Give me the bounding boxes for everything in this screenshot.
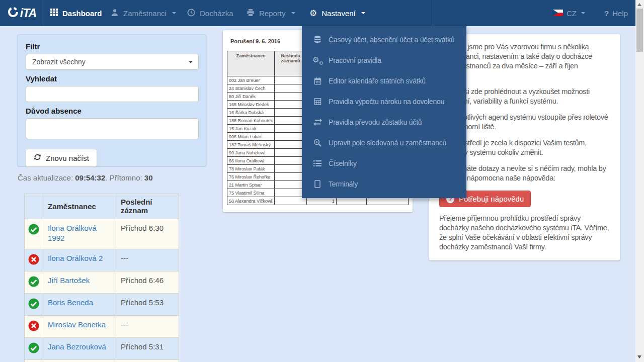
nav-item-reporty[interactable]: Reporty	[247, 0, 295, 26]
filter-label: Filtr	[26, 42, 198, 51]
status-cell	[25, 272, 43, 293]
menu-item-label: Pravidla převodu zůstatku účtů	[329, 118, 422, 126]
absence-label: Důvod absence	[26, 107, 198, 115]
status-line: Čas aktualizace: 09:54:32. Přítomno: 30	[18, 173, 153, 182]
settings-dropdown-menu: Časový účet, absenční účet a účet svátků…	[302, 26, 466, 198]
menu-item-editor-kalendare[interactable]: Editor kalendáře státních svátků	[302, 70, 466, 91]
user-icon	[111, 9, 119, 18]
info-closing-paragraph: Přejeme příjemnou prohlídku prostředí sp…	[439, 214, 610, 252]
nav-item-zamestnanci[interactable]: Zaměstnanci	[111, 0, 176, 26]
table-row: Ilona Orálková 2 ---	[25, 249, 179, 272]
status-cell	[25, 338, 43, 359]
navbar-divider	[433, 0, 433, 26]
absence-reason-input[interactable]	[26, 118, 199, 139]
scroll-down-arrow-icon[interactable]	[637, 355, 641, 358]
help-label: Help	[612, 9, 628, 18]
page: iTA Dashboard Zaměstnanci Docházka	[0, 0, 644, 362]
nav-item-label: Nastavení	[321, 9, 356, 18]
nav-item-nastaveni[interactable]: ⚙ Nastavení	[309, 0, 365, 26]
status-cell	[25, 360, 43, 362]
menu-item-label: Časový účet, absenční účet a účet svátků	[329, 36, 454, 44]
menu-item-label: Editor kalendáře státních svátků	[329, 77, 426, 85]
nav-item-label: Zaměstnanci	[123, 9, 167, 18]
cogs-icon: ⚙⚙	[312, 56, 323, 65]
employee-link[interactable]: Boris Beneda	[48, 298, 93, 308]
employee-link[interactable]: Ilona Orálková 2	[48, 253, 103, 263]
employee-column-header: Zaměstnanec	[43, 194, 116, 219]
vertical-scrollbar[interactable]	[635, 0, 644, 362]
check-circle-icon	[28, 298, 39, 311]
employee-link[interactable]: Jiří Bartošek	[48, 276, 90, 286]
filter-select-value: Zobrazit všechny	[32, 58, 86, 66]
last-record: ---	[121, 253, 128, 263]
update-time-value: 09:54:32	[75, 173, 105, 182]
search-input[interactable]	[26, 86, 199, 102]
top-navbar: iTA Dashboard Zaměstnanci Docházka	[0, 0, 644, 26]
nav-item-label: Docházka	[200, 9, 233, 18]
menu-item-label: Pravidla výpočtu nároku na dovolenou	[329, 98, 444, 106]
help-link[interactable]: ? Help	[604, 9, 628, 18]
nav-item-label: Dashboard	[62, 9, 102, 18]
table-row: Ilona Orálková 1992 Příchod 6:30	[25, 219, 179, 249]
question-icon: ?	[604, 9, 609, 18]
table-icon	[312, 98, 323, 106]
reload-button[interactable]: Znovu načíst	[26, 149, 97, 167]
menu-item-label: Číselníky	[329, 159, 357, 167]
chevron-down-icon	[291, 12, 295, 14]
table-row: Boris Beneda Příchod 5:53	[25, 294, 179, 316]
chevron-down-icon	[361, 12, 365, 14]
last-record: Příchod 5:31	[121, 342, 164, 352]
table-row: Jiří Bartošek Příchod 6:46	[25, 272, 179, 294]
gear-icon: ⚙	[309, 9, 317, 18]
times-circle-icon	[28, 254, 39, 267]
menu-item-pravidla-vypoctu[interactable]: Pravidla výpočtu nároku na dovolenou	[302, 91, 466, 112]
menu-item-label: Pracovní pravidla	[329, 56, 381, 64]
database-icon	[312, 36, 323, 44]
check-circle-icon	[28, 276, 39, 289]
reload-button-label: Znovu načíst	[46, 154, 89, 162]
scroll-up-arrow-icon[interactable]	[637, 3, 641, 6]
employee-link[interactable]: Miroslav Benetka	[48, 320, 106, 330]
menu-item-pravidla-prevodu[interactable]: Pravidla převodu zůstatku účtů	[302, 112, 466, 132]
scrollbar-thumb[interactable]	[636, 9, 643, 52]
list-icon	[312, 160, 323, 167]
status-cell	[25, 219, 43, 249]
chevron-down-icon	[172, 12, 176, 14]
brand-text: iTA	[20, 7, 36, 20]
menu-item-casovy-ucet[interactable]: Časový účet, absenční účet a účet svátků	[302, 29, 466, 50]
table-row: Miroslav Benetka ---	[25, 316, 179, 338]
filter-select[interactable]: Zobrazit všechny	[26, 54, 199, 70]
navbar-right: CZ ? Help	[553, 0, 628, 26]
last-record: Příchod 6:30	[121, 223, 164, 233]
employees-table: Zaměstnanec Poslední záznam Ilona Orálko…	[24, 194, 179, 362]
menu-item-ciselniky[interactable]: Číselníky	[302, 153, 466, 173]
calendar-icon	[312, 77, 323, 85]
employee-link[interactable]: Ilona Orálková 1992	[48, 223, 111, 243]
last-record: Příchod 5:53	[121, 298, 164, 308]
menu-item-label: Upravit pole sledovaná u zaměstnanců	[329, 139, 446, 147]
status-cell	[25, 294, 43, 315]
printer-icon	[247, 9, 255, 18]
nav-item-label: Reporty	[259, 9, 286, 18]
czech-flag-icon	[553, 9, 563, 18]
check-circle-icon	[28, 224, 39, 237]
times-circle-icon	[28, 320, 39, 333]
nav-item-dochazka[interactable]: Docházka	[187, 0, 233, 26]
menu-item-terminaly[interactable]: Terminály	[302, 173, 466, 194]
table-header-row: Zaměstnanec Poslední záznam	[25, 194, 179, 219]
app-logo[interactable]: iTA	[0, 0, 44, 26]
employee-link[interactable]: Jana Bezrouková	[48, 342, 106, 352]
logo-clock-icon	[8, 7, 19, 20]
grid-icon	[50, 9, 58, 18]
violations-col-zamestnanec: Zaměstnanec	[227, 51, 275, 76]
language-selector[interactable]: CZ	[553, 9, 585, 18]
terminal-icon	[312, 180, 323, 188]
menu-item-pracovni-pravidla[interactable]: ⚙⚙ Pracovní pravidla	[302, 50, 466, 70]
menu-item-upravit-pole[interactable]: Upravit pole sledovaná u zaměstnanců	[302, 132, 466, 153]
search-label: Vyhledat	[26, 74, 198, 83]
menu-item-label: Terminály	[329, 180, 358, 188]
nav-item-dashboard[interactable]: Dashboard	[50, 0, 102, 26]
status-column-header	[25, 194, 43, 219]
exchange-icon	[312, 119, 323, 126]
last-record: ---	[121, 320, 128, 330]
